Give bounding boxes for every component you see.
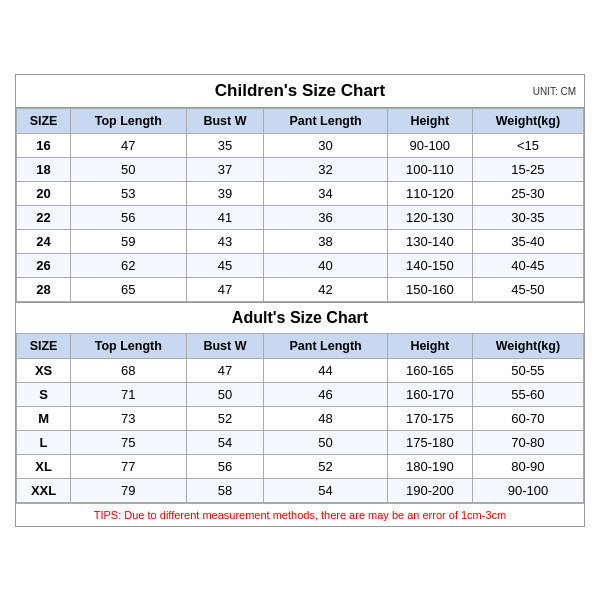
adult-cell: 79 <box>71 478 186 502</box>
children-cell: 39 <box>186 181 264 205</box>
children-header-row: SIZE Top Length Bust W Pant Length Heigh… <box>17 108 584 133</box>
adult-cell: XXL <box>17 478 71 502</box>
size-chart-container: Children's Size Chart UNIT: CM SIZE Top … <box>15 74 585 527</box>
adult-col-size: SIZE <box>17 333 71 358</box>
adult-cell: 55-60 <box>472 382 583 406</box>
children-cell: 16 <box>17 133 71 157</box>
children-row: 18503732100-11015-25 <box>17 157 584 181</box>
adult-header-row: SIZE Top Length Bust W Pant Length Heigh… <box>17 333 584 358</box>
adult-row: S715046160-17055-60 <box>17 382 584 406</box>
col-weight: Weight(kg) <box>472 108 583 133</box>
adult-cell: 50 <box>186 382 264 406</box>
children-cell: 90-100 <box>387 133 472 157</box>
adult-cell: 175-180 <box>387 430 472 454</box>
col-bust-w: Bust W <box>186 108 264 133</box>
adult-cell: 170-175 <box>387 406 472 430</box>
adult-cell: 46 <box>264 382 387 406</box>
children-cell: 40 <box>264 253 387 277</box>
adult-cell: XL <box>17 454 71 478</box>
col-pant-length: Pant Length <box>264 108 387 133</box>
children-cell: 53 <box>71 181 186 205</box>
children-cell: 15-25 <box>472 157 583 181</box>
adult-cell: 54 <box>264 478 387 502</box>
children-cell: 42 <box>264 277 387 301</box>
adult-cell: 75 <box>71 430 186 454</box>
adult-col-pant-length: Pant Length <box>264 333 387 358</box>
children-cell: 62 <box>71 253 186 277</box>
adult-cell: 90-100 <box>472 478 583 502</box>
adult-cell: 50-55 <box>472 358 583 382</box>
adult-cell: 77 <box>71 454 186 478</box>
children-cell: 56 <box>71 205 186 229</box>
adult-cell: 50 <box>264 430 387 454</box>
adult-cell: 54 <box>186 430 264 454</box>
adult-col-top-length: Top Length <box>71 333 186 358</box>
adult-row: M735248170-17560-70 <box>17 406 584 430</box>
children-cell: 140-150 <box>387 253 472 277</box>
children-cell: 25-30 <box>472 181 583 205</box>
adult-cell: M <box>17 406 71 430</box>
col-top-length: Top Length <box>71 108 186 133</box>
adult-table: SIZE Top Length Bust W Pant Length Heigh… <box>16 333 584 503</box>
children-cell: 47 <box>71 133 186 157</box>
children-cell: 45 <box>186 253 264 277</box>
children-row: 22564136120-13030-35 <box>17 205 584 229</box>
adult-cell: 68 <box>71 358 186 382</box>
children-row: 26624540140-15040-45 <box>17 253 584 277</box>
adult-cell: 70-80 <box>472 430 583 454</box>
adult-row: L755450175-18070-80 <box>17 430 584 454</box>
children-title: Children's Size Chart <box>215 81 385 101</box>
children-cell: 59 <box>71 229 186 253</box>
children-cell: 47 <box>186 277 264 301</box>
children-cell: 43 <box>186 229 264 253</box>
children-cell: 38 <box>264 229 387 253</box>
children-cell: 65 <box>71 277 186 301</box>
children-cell: 18 <box>17 157 71 181</box>
children-row: 1647353090-100<15 <box>17 133 584 157</box>
adult-cell: 47 <box>186 358 264 382</box>
adult-cell: 58 <box>186 478 264 502</box>
adult-row: XXL795854190-20090-100 <box>17 478 584 502</box>
adult-cell: XS <box>17 358 71 382</box>
adult-cell: 180-190 <box>387 454 472 478</box>
children-cell: 26 <box>17 253 71 277</box>
adult-col-bust-w: Bust W <box>186 333 264 358</box>
adult-row: XL775652180-19080-90 <box>17 454 584 478</box>
children-cell: 30-35 <box>472 205 583 229</box>
children-cell: 22 <box>17 205 71 229</box>
children-cell: <15 <box>472 133 583 157</box>
adult-cell: 80-90 <box>472 454 583 478</box>
children-cell: 130-140 <box>387 229 472 253</box>
children-cell: 28 <box>17 277 71 301</box>
children-table: SIZE Top Length Bust W Pant Length Heigh… <box>16 108 584 302</box>
adult-cell: 190-200 <box>387 478 472 502</box>
children-cell: 20 <box>17 181 71 205</box>
adult-cell: 52 <box>264 454 387 478</box>
children-row: 20533934110-12025-30 <box>17 181 584 205</box>
children-cell: 120-130 <box>387 205 472 229</box>
children-cell: 24 <box>17 229 71 253</box>
adult-cell: 73 <box>71 406 186 430</box>
children-cell: 40-45 <box>472 253 583 277</box>
children-cell: 37 <box>186 157 264 181</box>
children-cell: 30 <box>264 133 387 157</box>
adult-tbody: XS684744160-16550-55S715046160-17055-60M… <box>17 358 584 502</box>
children-cell: 34 <box>264 181 387 205</box>
children-cell: 35 <box>186 133 264 157</box>
children-cell: 150-160 <box>387 277 472 301</box>
adult-cell: 71 <box>71 382 186 406</box>
tips-text: TIPS: Due to different measurement metho… <box>16 503 584 526</box>
adult-row: XS684744160-16550-55 <box>17 358 584 382</box>
adult-cell: 52 <box>186 406 264 430</box>
children-row: 28654742150-16045-50 <box>17 277 584 301</box>
children-tbody: 1647353090-100<1518503732100-11015-25205… <box>17 133 584 301</box>
children-cell: 36 <box>264 205 387 229</box>
adult-cell: 56 <box>186 454 264 478</box>
adult-cell: S <box>17 382 71 406</box>
children-title-row: Children's Size Chart UNIT: CM <box>16 75 584 108</box>
adult-col-height: Height <box>387 333 472 358</box>
children-cell: 50 <box>71 157 186 181</box>
children-cell: 32 <box>264 157 387 181</box>
col-size: SIZE <box>17 108 71 133</box>
adult-cell: 48 <box>264 406 387 430</box>
